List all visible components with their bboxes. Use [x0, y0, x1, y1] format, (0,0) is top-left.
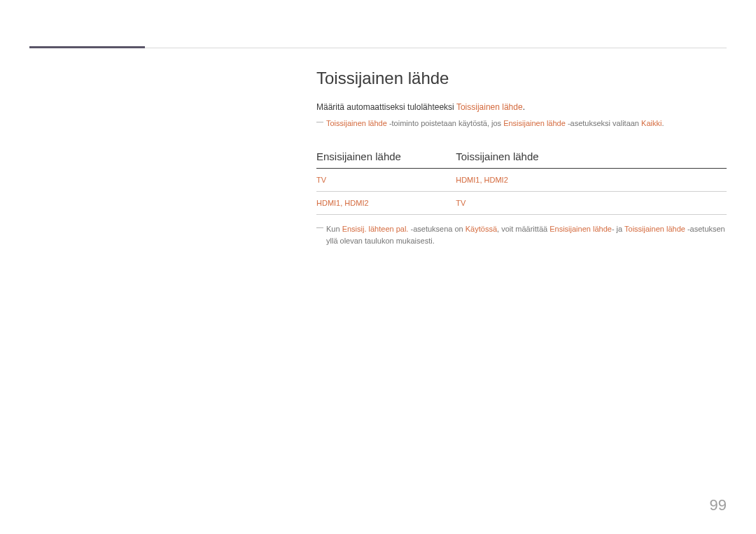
note2-t3: , voit määrittää — [497, 225, 550, 233]
note1-hl3: Kaikki — [641, 119, 662, 127]
table-cell: TV — [456, 191, 727, 214]
table-row: HDMI1, HDMI2 TV — [316, 191, 727, 214]
page-number: 99 — [710, 496, 727, 514]
main-content: Toissijainen lähde Määritä automaattisek… — [316, 69, 727, 248]
table-header-row: Ensisijainen lähde Toissijainen lähde — [316, 146, 727, 169]
table-header-secondary: Toissijainen lähde — [456, 146, 727, 169]
table-header-primary: Ensisijainen lähde — [316, 146, 456, 169]
table-row: TV HDMI1, HDMI2 — [316, 168, 727, 191]
note-1: Toissijainen lähde -toiminto poistetaan … — [316, 118, 727, 129]
table-cell: HDMI1, HDMI2 — [456, 168, 727, 191]
note1-hl1: Toissijainen lähde — [326, 119, 387, 127]
note1-t2: -asetukseksi valitaan — [566, 119, 641, 127]
note2-hl1: Ensisij. lähteen pal. — [342, 225, 409, 233]
note1-t1: -toiminto poistetaan käytöstä, jos — [387, 119, 503, 127]
note-2: Kun Ensisij. lähteen pal. -asetuksena on… — [316, 223, 727, 248]
intro-prefix: Määritä automaattiseksi tulolähteeksi — [316, 102, 456, 112]
note1-t3: . — [662, 119, 664, 127]
source-table: Ensisijainen lähde Toissijainen lähde TV… — [316, 146, 727, 215]
note2-hl4: Toissijainen lähde — [624, 225, 685, 233]
intro-suffix: . — [523, 102, 525, 112]
header-divider — [145, 48, 727, 48]
chapter-accent-bar — [29, 46, 145, 48]
source-table-wrap: Ensisijainen lähde Toissijainen lähde TV… — [316, 146, 727, 215]
intro-highlight: Toissijainen lähde — [456, 102, 523, 112]
table-cell: TV — [316, 168, 456, 191]
note2-t4: - ja — [612, 225, 624, 233]
note2-t2: -asetuksena on — [408, 225, 465, 233]
section-title: Toissijainen lähde — [316, 69, 727, 88]
table-cell: HDMI1, HDMI2 — [316, 191, 456, 214]
intro-text: Määritä automaattiseksi tulolähteeksi To… — [316, 101, 727, 113]
note1-hl2: Ensisijainen lähde — [503, 119, 566, 127]
note2-hl2: Käytössä — [465, 225, 497, 233]
note2-hl3: Ensisijainen lähde — [550, 225, 612, 233]
note2-t1: Kun — [326, 225, 342, 233]
